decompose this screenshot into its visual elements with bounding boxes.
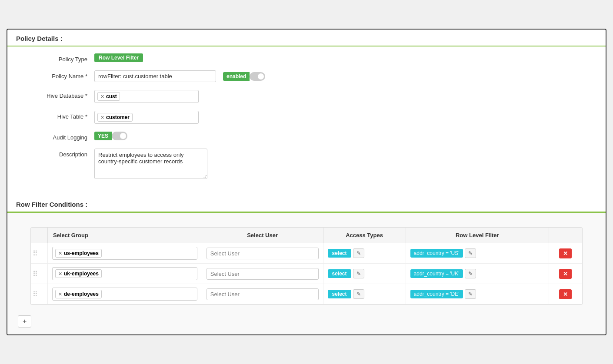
hive-db-tag-value: cust [106,93,117,99]
audit-logging-row: Audit Logging YES [25,132,588,141]
delete-cell-1: ✕ [549,264,582,284]
group-tag-value-1: uk-employees [64,271,99,277]
user-cell-0 [202,243,323,264]
policy-name-label: Policy Name * [25,70,94,79]
access-cell-0: select ✎ [323,243,406,264]
delete-row-btn-2[interactable]: ✕ [559,289,572,299]
hive-db-row: Hive Database * ✕ cust [25,90,588,103]
select-user-input-2[interactable] [207,288,319,300]
access-badge-0: select [328,249,351,258]
main-container: Policy Details : Policy Type Row Level F… [7,29,606,335]
table-header-row: Select Group Select User Access Types Ro… [31,228,582,243]
hive-table-row: Hive Table * ✕ customer [25,111,588,124]
policy-details-header: Policy Details : [7,30,606,46]
conditions-tbody: ⠿ ✕ us-employees select ✎ addr_country =… [31,243,582,304]
group-tag-input-2[interactable]: ✕ de-employees [52,288,197,301]
hive-db-label: Hive Database * [25,90,94,99]
drag-handle-icon[interactable]: ⠿ [33,250,40,257]
group-tag-0: ✕ us-employees [55,249,102,258]
hive-db-input[interactable]: ✕ cust [94,90,199,103]
hive-db-tag-remove[interactable]: ✕ [100,94,104,99]
audit-toggle-wrap[interactable]: YES [94,132,127,140]
row-filter-header: Row Filter Conditions : [7,195,606,212]
access-cell-2: select ✎ [323,284,406,304]
access-type-wrap-0: select ✎ [328,248,401,258]
group-cell-2: ✕ de-employees [47,284,202,304]
access-badge-2: select [328,290,351,298]
filter-badge-2: addr_country = 'DE' [410,290,463,298]
group-tag-1: ✕ uk-employees [55,269,102,278]
policy-type-wrap: Row Level Filter [94,53,143,62]
filter-wrap-1: addr_country = 'UK' ✎ [410,269,544,278]
delete-row-btn-1[interactable]: ✕ [559,269,572,279]
filter-edit-btn-0[interactable]: ✎ [465,248,476,258]
group-tag-value-0: us-employees [64,250,99,256]
filter-cell-1: addr_country = 'UK' ✎ [406,264,549,284]
description-label: Description [25,149,94,158]
filter-wrap-0: addr_country = 'US' ✎ [410,248,544,258]
hive-db-tag: ✕ cust [97,92,120,101]
description-row: Description Restrict employees to access… [25,149,588,179]
th-delete [549,228,582,243]
access-cell-1: select ✎ [323,264,406,284]
th-filter: Row Level Filter [406,228,549,243]
filter-edit-btn-2[interactable]: ✎ [465,289,476,299]
filter-wrap-2: addr_country = 'DE' ✎ [410,289,544,299]
drag-handle-cell: ⠿ [31,264,47,284]
conditions-table-wrap: Select Group Select User Access Types Ro… [30,227,582,305]
access-badge-1: select [328,269,351,278]
hive-table-label: Hive Table * [25,111,94,120]
access-type-wrap-2: select ✎ [328,289,401,299]
policy-type-badge: Row Level Filter [94,53,143,62]
policy-name-wrap: enabled [94,70,265,82]
drag-handle-icon[interactable]: ⠿ [33,270,40,278]
filter-cell-2: addr_country = 'DE' ✎ [406,284,549,304]
hive-table-tag-remove[interactable]: ✕ [100,115,104,120]
policy-type-label: Policy Type [25,53,94,63]
select-user-input-1[interactable] [207,268,319,280]
table-row: ⠿ ✕ us-employees select ✎ addr_country =… [31,243,582,264]
filter-cell-0: addr_country = 'US' ✎ [406,243,549,264]
access-type-wrap-1: select ✎ [328,269,401,278]
filter-badge-1: addr_country = 'UK' [410,269,463,278]
group-tag-value-2: de-employees [64,291,99,297]
policy-name-input[interactable] [94,70,216,82]
table-row: ⠿ ✕ de-employees select ✎ addr_country =… [31,284,582,304]
group-tag-input-1[interactable]: ✕ uk-employees [52,267,197,280]
table-row: ⠿ ✕ uk-employees select ✎ addr_country =… [31,264,582,284]
enabled-toggle[interactable] [250,72,265,81]
drag-handle-cell: ⠿ [31,284,47,304]
policy-type-row: Policy Type Row Level Filter [25,53,588,63]
audit-logging-label: Audit Logging [25,132,94,141]
filter-badge-0: addr_country = 'US' [410,249,463,258]
enabled-toggle-wrap[interactable]: enabled [223,72,265,81]
group-tag-input-0[interactable]: ✕ us-employees [52,247,197,260]
th-access: Access Types [323,228,406,243]
policy-name-row: Policy Name * enabled [25,70,588,82]
delete-row-btn-0[interactable]: ✕ [559,248,572,258]
add-row-button[interactable]: + [18,315,31,328]
drag-handle-cell: ⠿ [31,243,47,264]
enabled-label: enabled [223,72,250,81]
group-cell-1: ✕ uk-employees [47,264,202,284]
group-tag-remove-0[interactable]: ✕ [58,251,62,256]
filter-edit-btn-1[interactable]: ✎ [465,269,476,278]
hive-table-input[interactable]: ✕ customer [94,111,199,124]
hive-table-tag-value: customer [106,114,130,120]
description-textarea[interactable]: Restrict employees to access only countr… [94,149,207,179]
group-tag-remove-1[interactable]: ✕ [58,271,62,277]
policy-details-section: Policy Type Row Level Filter Policy Name… [7,46,606,195]
delete-cell-0: ✕ [549,243,582,264]
select-user-input-0[interactable] [207,248,319,259]
audit-toggle[interactable] [112,132,127,140]
drag-handle-icon[interactable]: ⠿ [33,291,40,298]
user-cell-2 [202,284,323,304]
access-edit-btn-2[interactable]: ✎ [353,289,364,299]
access-edit-btn-0[interactable]: ✎ [353,248,364,258]
access-edit-btn-1[interactable]: ✎ [353,269,364,278]
th-drag [31,228,47,243]
audit-yes-label: YES [94,132,112,140]
conditions-section: Select Group Select User Access Types Ro… [7,213,606,334]
user-cell-1 [202,264,323,284]
group-tag-remove-2[interactable]: ✕ [58,291,62,297]
